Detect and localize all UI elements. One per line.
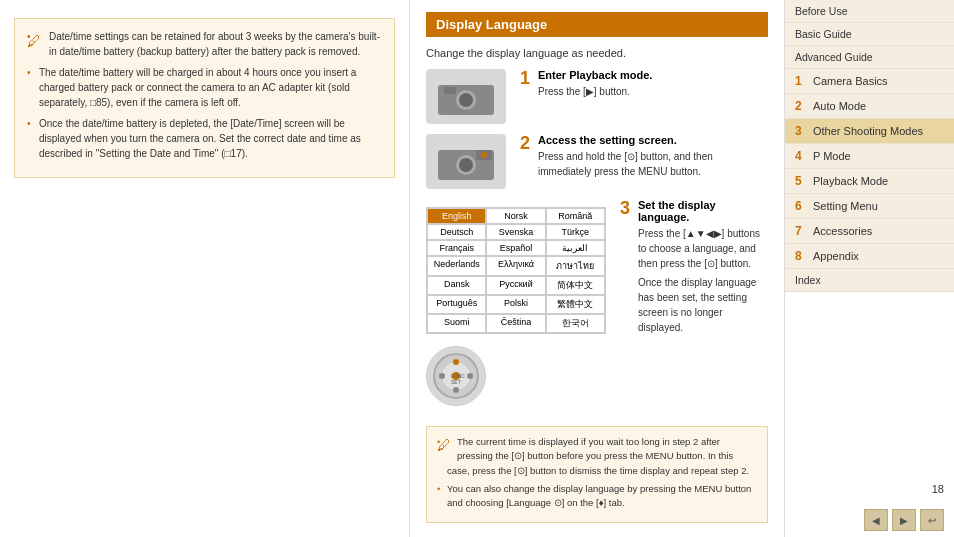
sidebar-item-index[interactable]: Index <box>785 269 954 292</box>
lang-romana: Română <box>546 208 605 224</box>
svg-point-14 <box>467 373 473 379</box>
step-1-desc: Press the [▶] button. <box>538 84 652 99</box>
right-sidebar: Before Use Basic Guide Advanced Guide 1 … <box>784 0 954 537</box>
num-8: 8 <box>795 249 807 263</box>
lang-francais: Français <box>427 240 486 256</box>
advanced-guide-label: Advanced Guide <box>795 51 873 63</box>
svg-point-6 <box>459 158 473 172</box>
p-mode-label: P Mode <box>813 150 851 162</box>
num-5: 5 <box>795 174 807 188</box>
note-item-3: Once the date/time battery is depleted, … <box>27 116 382 161</box>
next-button[interactable]: ▶ <box>892 509 916 531</box>
sidebar-item-camera-basics[interactable]: 1 Camera Basics <box>785 69 954 94</box>
step-3-desc2: Once the display language has been set, … <box>638 275 768 335</box>
lang-cestina: Čeština <box>486 314 545 333</box>
svg-point-8 <box>481 152 487 158</box>
lang-turkce: Türkçe <box>546 224 605 240</box>
step-3-title: Set the display language. <box>638 199 768 223</box>
lang-traditional-chinese: 繁體中文 <box>546 295 605 314</box>
step-1-content: 1 Enter Playback mode. Press the [▶] but… <box>520 69 768 124</box>
sidebar-item-basic-guide[interactable]: Basic Guide <box>785 23 954 46</box>
subtitle: Change the display language as needed. <box>426 47 768 59</box>
step-3-num: 3 <box>620 199 634 217</box>
num-3: 3 <box>795 124 807 138</box>
lang-suomi: Suomi <box>427 314 486 333</box>
step-2: 2 Access the setting screen. Press and h… <box>426 134 768 189</box>
step-3: English Norsk Română Deutsch Svenska Tür… <box>426 199 768 406</box>
step-2-title: Access the setting screen. <box>538 134 768 146</box>
note-item-2: The date/time battery will be charged in… <box>27 65 382 110</box>
lang-simplified-chinese: 简体中文 <box>546 276 605 295</box>
page-number: 18 <box>785 479 954 495</box>
lang-english: English <box>427 208 486 224</box>
sidebar-item-auto-mode[interactable]: 2 Auto Mode <box>785 94 954 119</box>
prev-button[interactable]: ◀ <box>864 509 888 531</box>
step-3-desc1: Press the [▲▼◀▶] buttons to choose a lan… <box>638 226 768 271</box>
accessories-label: Accessories <box>813 225 872 237</box>
sidebar-item-advanced-guide[interactable]: Advanced Guide <box>785 46 954 69</box>
sidebar-item-other-shooting[interactable]: 3 Other Shooting Modes <box>785 119 954 144</box>
svg-point-2 <box>459 93 473 107</box>
section-title: Display Language <box>426 12 768 37</box>
num-1: 1 <box>795 74 807 88</box>
note-item-1: Date/time settings can be retained for a… <box>27 29 382 59</box>
lang-espanol: Español <box>486 240 545 256</box>
svg-text:SET: SET <box>451 379 461 385</box>
sidebar-item-before-use[interactable]: Before Use <box>785 0 954 23</box>
steps-column: 1 Enter Playback mode. Press the [▶] but… <box>426 69 768 416</box>
bottom-note-2: You can also change the display language… <box>437 482 757 511</box>
sidebar-item-playback-mode[interactable]: 5 Playback Mode <box>785 169 954 194</box>
appendix-label: Appendix <box>813 250 859 262</box>
svg-point-12 <box>453 387 459 393</box>
before-use-label: Before Use <box>795 5 848 17</box>
left-panel: 🖊 Date/time settings can be retained for… <box>0 0 410 537</box>
lang-polski: Polski <box>486 295 545 314</box>
lang-greek: Ελληνικά <box>486 256 545 276</box>
num-6: 6 <box>795 199 807 213</box>
svg-point-11 <box>453 359 459 365</box>
svg-point-13 <box>439 373 445 379</box>
svg-rect-3 <box>444 87 456 94</box>
step-2-num: 2 <box>520 134 534 152</box>
lang-portugues: Português <box>427 295 486 314</box>
bottom-note-1: The current time is displayed if you wai… <box>437 435 757 478</box>
step-2-desc: Press and hold the [⊙] button, and then … <box>538 149 768 179</box>
sidebar-item-accessories[interactable]: 7 Accessories <box>785 219 954 244</box>
nav-buttons: ◀ ▶ ↩ <box>785 503 954 537</box>
auto-mode-label: Auto Mode <box>813 100 866 112</box>
step-1-title: Enter Playback mode. <box>538 69 652 81</box>
setting-menu-label: Setting Menu <box>813 200 878 212</box>
step-2-content: 2 Access the setting screen. Press and h… <box>520 134 768 189</box>
index-label: Index <box>795 274 821 286</box>
sidebar-item-p-mode[interactable]: 4 P Mode <box>785 144 954 169</box>
back-button[interactable]: ↩ <box>920 509 944 531</box>
lang-thai: ภาษาไทย <box>546 256 605 276</box>
notes-box: 🖊 Date/time settings can be retained for… <box>14 18 395 178</box>
language-grid: English Norsk Română Deutsch Svenska Tür… <box>426 207 606 334</box>
other-shooting-label: Other Shooting Modes <box>813 125 923 137</box>
step-1: 1 Enter Playback mode. Press the [▶] but… <box>426 69 768 124</box>
lang-dansk: Dansk <box>427 276 486 295</box>
bottom-notes-list: The current time is displayed if you wai… <box>437 435 757 510</box>
num-7: 7 <box>795 224 807 238</box>
lang-korean: 한국어 <box>546 314 605 333</box>
num-4: 4 <box>795 149 807 163</box>
lang-deutsch: Deutsch <box>427 224 486 240</box>
lang-russian: Русский <box>486 276 545 295</box>
lang-svenska: Svenska <box>486 224 545 240</box>
playback-mode-label: Playback Mode <box>813 175 888 187</box>
step-1-num: 1 <box>520 69 534 87</box>
notes-list: Date/time settings can be retained for a… <box>27 29 382 161</box>
lang-arabic: العربية <box>546 240 605 256</box>
sidebar-item-setting-menu[interactable]: 6 Setting Menu <box>785 194 954 219</box>
basic-guide-label: Basic Guide <box>795 28 852 40</box>
main-content: Display Language Change the display lang… <box>410 0 784 537</box>
num-2: 2 <box>795 99 807 113</box>
lang-norsk: Norsk <box>486 208 545 224</box>
camera-basics-label: Camera Basics <box>813 75 888 87</box>
step-3-content: 3 Set the display language. Press the [▲… <box>620 199 768 406</box>
sidebar-item-appendix[interactable]: 8 Appendix <box>785 244 954 269</box>
lang-nederlands: Nederlands <box>427 256 486 276</box>
bottom-notes: 🖊 The current time is displayed if you w… <box>426 426 768 523</box>
